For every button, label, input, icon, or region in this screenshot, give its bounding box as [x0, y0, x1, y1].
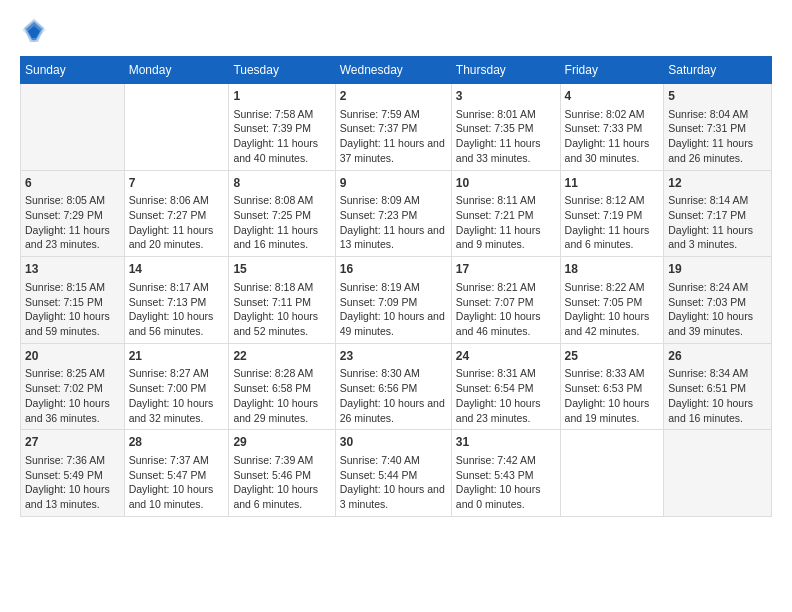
calendar-day-cell: 7Sunrise: 8:06 AMSunset: 7:27 PMDaylight…	[124, 170, 229, 257]
day-number: 29	[233, 434, 330, 451]
day-number: 18	[565, 261, 660, 278]
day-info: Sunrise: 8:08 AMSunset: 7:25 PMDaylight:…	[233, 193, 330, 252]
calendar-day-cell: 15Sunrise: 8:18 AMSunset: 7:11 PMDayligh…	[229, 257, 335, 344]
day-info: Sunrise: 8:05 AMSunset: 7:29 PMDaylight:…	[25, 193, 120, 252]
day-info: Sunrise: 8:30 AMSunset: 6:56 PMDaylight:…	[340, 366, 447, 425]
day-number: 22	[233, 348, 330, 365]
calendar-day-cell: 2Sunrise: 7:59 AMSunset: 7:37 PMDaylight…	[335, 84, 451, 171]
calendar-day-cell: 10Sunrise: 8:11 AMSunset: 7:21 PMDayligh…	[451, 170, 560, 257]
day-number: 15	[233, 261, 330, 278]
calendar-day-cell	[560, 430, 664, 517]
day-number: 8	[233, 175, 330, 192]
calendar-day-cell: 27Sunrise: 7:36 AMSunset: 5:49 PMDayligh…	[21, 430, 125, 517]
calendar-day-cell: 22Sunrise: 8:28 AMSunset: 6:58 PMDayligh…	[229, 343, 335, 430]
day-number: 5	[668, 88, 767, 105]
day-number: 25	[565, 348, 660, 365]
calendar-day-cell: 1Sunrise: 7:58 AMSunset: 7:39 PMDaylight…	[229, 84, 335, 171]
calendar-table: SundayMondayTuesdayWednesdayThursdayFrid…	[20, 56, 772, 517]
day-info: Sunrise: 7:36 AMSunset: 5:49 PMDaylight:…	[25, 453, 120, 512]
day-of-week-header: Thursday	[451, 57, 560, 84]
day-number: 3	[456, 88, 556, 105]
logo	[20, 16, 52, 44]
day-number: 16	[340, 261, 447, 278]
calendar-day-cell: 13Sunrise: 8:15 AMSunset: 7:15 PMDayligh…	[21, 257, 125, 344]
day-number: 28	[129, 434, 225, 451]
calendar-day-cell: 11Sunrise: 8:12 AMSunset: 7:19 PMDayligh…	[560, 170, 664, 257]
day-number: 20	[25, 348, 120, 365]
day-number: 11	[565, 175, 660, 192]
day-info: Sunrise: 8:17 AMSunset: 7:13 PMDaylight:…	[129, 280, 225, 339]
day-info: Sunrise: 7:42 AMSunset: 5:43 PMDaylight:…	[456, 453, 556, 512]
day-number: 26	[668, 348, 767, 365]
calendar-day-cell: 20Sunrise: 8:25 AMSunset: 7:02 PMDayligh…	[21, 343, 125, 430]
calendar-day-cell: 18Sunrise: 8:22 AMSunset: 7:05 PMDayligh…	[560, 257, 664, 344]
calendar-day-cell	[124, 84, 229, 171]
day-number: 23	[340, 348, 447, 365]
calendar-day-cell: 23Sunrise: 8:30 AMSunset: 6:56 PMDayligh…	[335, 343, 451, 430]
day-number: 24	[456, 348, 556, 365]
day-info: Sunrise: 8:14 AMSunset: 7:17 PMDaylight:…	[668, 193, 767, 252]
day-number: 7	[129, 175, 225, 192]
day-info: Sunrise: 8:25 AMSunset: 7:02 PMDaylight:…	[25, 366, 120, 425]
day-number: 14	[129, 261, 225, 278]
day-info: Sunrise: 7:40 AMSunset: 5:44 PMDaylight:…	[340, 453, 447, 512]
day-info: Sunrise: 7:39 AMSunset: 5:46 PMDaylight:…	[233, 453, 330, 512]
calendar-day-cell: 28Sunrise: 7:37 AMSunset: 5:47 PMDayligh…	[124, 430, 229, 517]
day-info: Sunrise: 8:34 AMSunset: 6:51 PMDaylight:…	[668, 366, 767, 425]
calendar-day-cell: 12Sunrise: 8:14 AMSunset: 7:17 PMDayligh…	[664, 170, 772, 257]
day-number: 27	[25, 434, 120, 451]
calendar-day-cell: 5Sunrise: 8:04 AMSunset: 7:31 PMDaylight…	[664, 84, 772, 171]
calendar-day-cell: 29Sunrise: 7:39 AMSunset: 5:46 PMDayligh…	[229, 430, 335, 517]
calendar-day-cell: 21Sunrise: 8:27 AMSunset: 7:00 PMDayligh…	[124, 343, 229, 430]
day-number: 21	[129, 348, 225, 365]
day-number: 30	[340, 434, 447, 451]
calendar-day-cell: 17Sunrise: 8:21 AMSunset: 7:07 PMDayligh…	[451, 257, 560, 344]
day-number: 2	[340, 88, 447, 105]
day-number: 1	[233, 88, 330, 105]
day-number: 9	[340, 175, 447, 192]
day-info: Sunrise: 8:09 AMSunset: 7:23 PMDaylight:…	[340, 193, 447, 252]
calendar-day-cell: 19Sunrise: 8:24 AMSunset: 7:03 PMDayligh…	[664, 257, 772, 344]
day-info: Sunrise: 8:02 AMSunset: 7:33 PMDaylight:…	[565, 107, 660, 166]
day-number: 17	[456, 261, 556, 278]
calendar-week-row: 1Sunrise: 7:58 AMSunset: 7:39 PMDaylight…	[21, 84, 772, 171]
calendar-day-cell: 16Sunrise: 8:19 AMSunset: 7:09 PMDayligh…	[335, 257, 451, 344]
calendar-day-cell: 31Sunrise: 7:42 AMSunset: 5:43 PMDayligh…	[451, 430, 560, 517]
day-of-week-header: Saturday	[664, 57, 772, 84]
calendar-week-row: 6Sunrise: 8:05 AMSunset: 7:29 PMDaylight…	[21, 170, 772, 257]
day-info: Sunrise: 8:33 AMSunset: 6:53 PMDaylight:…	[565, 366, 660, 425]
calendar-day-cell: 25Sunrise: 8:33 AMSunset: 6:53 PMDayligh…	[560, 343, 664, 430]
day-info: Sunrise: 8:11 AMSunset: 7:21 PMDaylight:…	[456, 193, 556, 252]
calendar-day-cell: 30Sunrise: 7:40 AMSunset: 5:44 PMDayligh…	[335, 430, 451, 517]
day-of-week-header: Friday	[560, 57, 664, 84]
calendar-day-cell: 24Sunrise: 8:31 AMSunset: 6:54 PMDayligh…	[451, 343, 560, 430]
calendar-week-row: 20Sunrise: 8:25 AMSunset: 7:02 PMDayligh…	[21, 343, 772, 430]
day-number: 13	[25, 261, 120, 278]
logo-icon	[20, 16, 48, 44]
day-of-week-header: Wednesday	[335, 57, 451, 84]
calendar-header-row: SundayMondayTuesdayWednesdayThursdayFrid…	[21, 57, 772, 84]
day-info: Sunrise: 7:58 AMSunset: 7:39 PMDaylight:…	[233, 107, 330, 166]
day-info: Sunrise: 8:22 AMSunset: 7:05 PMDaylight:…	[565, 280, 660, 339]
day-info: Sunrise: 8:28 AMSunset: 6:58 PMDaylight:…	[233, 366, 330, 425]
day-info: Sunrise: 8:06 AMSunset: 7:27 PMDaylight:…	[129, 193, 225, 252]
day-info: Sunrise: 8:27 AMSunset: 7:00 PMDaylight:…	[129, 366, 225, 425]
day-info: Sunrise: 8:12 AMSunset: 7:19 PMDaylight:…	[565, 193, 660, 252]
calendar-week-row: 13Sunrise: 8:15 AMSunset: 7:15 PMDayligh…	[21, 257, 772, 344]
day-info: Sunrise: 8:31 AMSunset: 6:54 PMDaylight:…	[456, 366, 556, 425]
day-info: Sunrise: 7:37 AMSunset: 5:47 PMDaylight:…	[129, 453, 225, 512]
day-number: 6	[25, 175, 120, 192]
day-info: Sunrise: 7:59 AMSunset: 7:37 PMDaylight:…	[340, 107, 447, 166]
day-number: 4	[565, 88, 660, 105]
day-info: Sunrise: 8:19 AMSunset: 7:09 PMDaylight:…	[340, 280, 447, 339]
day-number: 31	[456, 434, 556, 451]
calendar-day-cell: 26Sunrise: 8:34 AMSunset: 6:51 PMDayligh…	[664, 343, 772, 430]
calendar-day-cell: 9Sunrise: 8:09 AMSunset: 7:23 PMDaylight…	[335, 170, 451, 257]
day-number: 12	[668, 175, 767, 192]
day-of-week-header: Sunday	[21, 57, 125, 84]
calendar-day-cell: 4Sunrise: 8:02 AMSunset: 7:33 PMDaylight…	[560, 84, 664, 171]
calendar-day-cell: 8Sunrise: 8:08 AMSunset: 7:25 PMDaylight…	[229, 170, 335, 257]
day-info: Sunrise: 8:18 AMSunset: 7:11 PMDaylight:…	[233, 280, 330, 339]
day-number: 19	[668, 261, 767, 278]
day-info: Sunrise: 8:21 AMSunset: 7:07 PMDaylight:…	[456, 280, 556, 339]
